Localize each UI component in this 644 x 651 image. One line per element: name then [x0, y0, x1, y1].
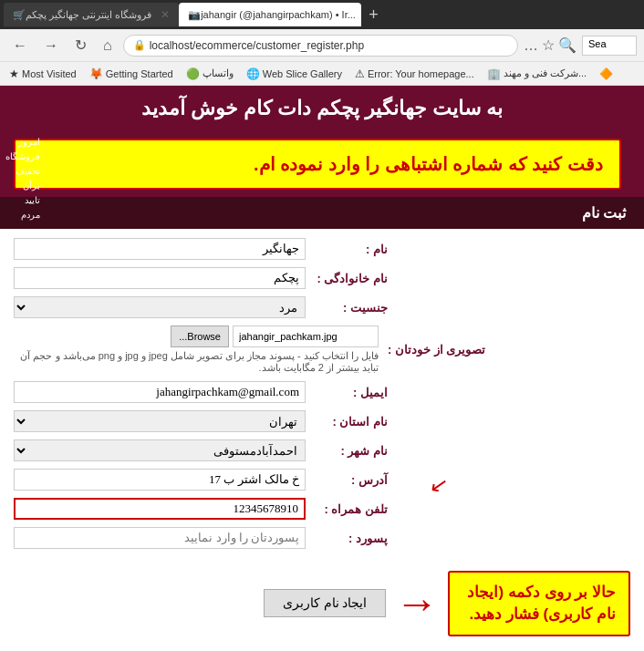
gender-select[interactable]: مرد زن: [14, 296, 306, 318]
side-text-line2: فروشگاه: [5, 150, 40, 164]
getting-started-label: Getting Started: [106, 68, 173, 79]
refresh-button[interactable]: ↻: [69, 35, 92, 56]
nav-bar: ← → ↻ ⌂ 🔒 localhost/ecommerce/customer_r…: [0, 29, 644, 62]
forward-button[interactable]: →: [38, 36, 64, 56]
phone-row: تلفن همراه : ↙: [14, 498, 630, 520]
warning-text: دقت کنید که شماره اشتباهی را وارد نموده …: [32, 153, 603, 175]
browser-chrome: 🛒 فروشگاه اینترنتی جهانگیر پچکم ✕ 📷 jaha…: [0, 0, 644, 86]
password-label: پسورد :: [315, 532, 388, 545]
error-icon: ⚠: [355, 67, 365, 80]
tab-2-label: jahangir (@jahangirpachkam) • Ir...: [201, 9, 356, 20]
name-label: نام :: [315, 243, 388, 256]
address-input[interactable]: [14, 469, 306, 491]
side-text-line6: مردم: [5, 208, 40, 222]
extra-icon: 🔶: [599, 67, 613, 80]
email-input[interactable]: [14, 381, 306, 403]
bookmark-button[interactable]: ☆: [542, 36, 555, 54]
name-row: نام :: [14, 238, 630, 260]
tab-2[interactable]: 📷 jahangir (@jahangirpachkam) • Ir... ✕: [179, 3, 361, 26]
page-wrapper: به سایت جهانگیر پچکم دات کام خوش آمدید ا…: [0, 86, 644, 646]
lastname-input[interactable]: [14, 267, 306, 289]
tab-1-icon: 🛒: [13, 9, 26, 21]
tab-1[interactable]: 🛒 فروشگاه اینترنتی جهانگیر پچکم ✕: [4, 3, 179, 26]
bookmark-most-visited[interactable]: ★ Most Visited: [4, 66, 82, 82]
callout-text: حالا بر روی دکمه (ایجاد نام کاربری) فشار…: [462, 582, 616, 625]
nav-actions: … ☆ 🔍: [524, 36, 576, 54]
most-visited-icon: ★: [9, 67, 19, 80]
more-button[interactable]: …: [524, 36, 538, 54]
bookmarks-bar: ★ Most Visited 🦊 Getting Started 🟢 واتسا…: [0, 62, 644, 86]
address-row: آدرس :: [14, 469, 630, 491]
header-section: امروز فروشگاه تخفیف برآن تایید مردم دقت …: [0, 131, 644, 197]
whatsapp-icon: 🟢: [186, 67, 200, 80]
tab-2-icon: 📷: [188, 9, 201, 21]
error-label: Error: Your homepage...: [368, 68, 474, 79]
side-text: امروز فروشگاه تخفیف برآن تایید مردم: [0, 131, 46, 226]
search-button[interactable]: 🔍: [558, 36, 576, 54]
province-row: نام استان : تهران: [14, 410, 630, 432]
back-button[interactable]: ←: [7, 36, 33, 56]
photo-label: تصویری از خودتان :: [388, 343, 485, 356]
new-tab-button[interactable]: +: [369, 5, 379, 25]
home-button[interactable]: ⌂: [98, 36, 118, 56]
bookmark-web-slice[interactable]: 🌐 Web Slice Gallery: [241, 66, 348, 82]
warning-box: دقت کنید که شماره اشتباهی را وارد نموده …: [14, 139, 621, 190]
submit-area: حالا بر روی دکمه (ایجاد نام کاربری) فشار…: [0, 562, 644, 646]
photo-upload-area: Browse... فایل را انتخاب کنید - پسوند مج…: [14, 326, 379, 374]
company-icon: 🏢: [487, 67, 501, 80]
page-title: به سایت جهانگیر پچکم دات کام خوش آمدید: [18, 97, 626, 120]
company-label: شرکت فنی و مهند...: [504, 67, 587, 79]
register-header: ثبت نام: [0, 197, 644, 229]
phone-label: تلفن همراه :: [315, 502, 388, 516]
file-name-box: [233, 326, 379, 347]
city-label: نام شهر :: [315, 444, 388, 458]
email-label: ایمیل :: [315, 386, 388, 399]
register-title: ثبت نام: [582, 205, 626, 221]
callout-box: حالا بر روی دکمه (ایجاد نام کاربری) فشار…: [448, 571, 630, 636]
page-header: به سایت جهانگیر پچکم دات کام خوش آمدید: [0, 86, 644, 131]
web-slice-icon: 🌐: [246, 67, 260, 80]
bookmark-error[interactable]: ⚠ Error: Your homepage...: [349, 66, 480, 82]
side-text-line1: امروز: [5, 135, 40, 150]
tab-1-close[interactable]: ✕: [161, 8, 170, 21]
city-row: نام شهر : احمدآبادمستوفی: [14, 439, 630, 461]
city-select[interactable]: احمدآبادمستوفی: [14, 439, 306, 461]
lastname-label: نام خانوادگی :: [315, 272, 388, 285]
lastname-row: نام خانوادگی :: [14, 267, 630, 289]
province-select[interactable]: تهران: [14, 410, 306, 432]
phone-arrow-icon: ↙: [428, 470, 451, 499]
phone-input[interactable]: [14, 498, 306, 520]
side-text-line5: تایید: [5, 193, 40, 208]
side-text-line3: تخفیف: [5, 164, 40, 179]
getting-started-icon: 🦊: [89, 67, 103, 80]
tab-bar: 🛒 فروشگاه اینترنتی جهانگیر پچکم ✕ 📷 jaha…: [0, 0, 644, 29]
callout-arrow-icon: →: [395, 578, 439, 628]
most-visited-label: Most Visited: [22, 68, 77, 79]
photo-row: تصویری از خودتان : Browse... فایل را انت…: [14, 326, 630, 374]
province-label: نام استان :: [315, 415, 388, 429]
email-row: ایمیل :: [14, 381, 630, 403]
tab-1-label: فروشگاه اینترنتی جهانگیر پچکم: [26, 9, 151, 21]
gender-row: جنسیت : مرد زن: [14, 296, 630, 318]
address-text: localhost/ecommerce/customer_register.ph…: [150, 39, 364, 52]
address-label: آدرس :: [315, 473, 388, 487]
content-area: ثبت نام نام : نام خانوادگی : جنسیت : مرد…: [0, 197, 644, 646]
password-input[interactable]: [14, 527, 306, 549]
bookmark-company[interactable]: 🏢 شرکت فنی و مهند...: [482, 66, 592, 82]
search-bar[interactable]: Sea: [582, 36, 637, 56]
address-bar[interactable]: 🔒 localhost/ecommerce/customer_register.…: [123, 35, 518, 57]
gender-label: جنسیت :: [315, 301, 388, 315]
bookmark-whatsapp[interactable]: 🟢 واتساپ: [181, 66, 239, 82]
bookmark-extra[interactable]: 🔶: [594, 66, 621, 82]
file-hint: فایل را انتخاب کنید - پسوند مجاز برای تص…: [14, 350, 379, 374]
bookmark-getting-started[interactable]: 🦊 Getting Started: [84, 66, 179, 82]
submit-button[interactable]: ایجاد نام کاربری: [264, 589, 386, 617]
register-form: نام : نام خانوادگی : جنسیت : مرد زن تصوی…: [0, 229, 644, 562]
web-slice-label: Web Slice Gallery: [263, 68, 342, 79]
lock-icon: 🔒: [133, 39, 146, 51]
browse-button[interactable]: Browse...: [171, 326, 229, 347]
file-input-area: Browse...: [171, 326, 379, 347]
whatsapp-label: واتساپ: [203, 67, 234, 79]
side-text-line4: برآن: [5, 179, 40, 193]
name-input[interactable]: [14, 238, 306, 260]
